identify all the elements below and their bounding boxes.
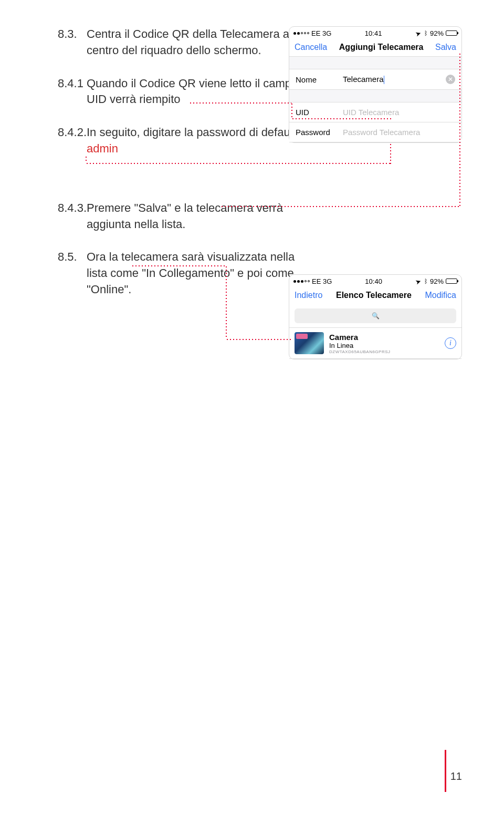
- step-num: 8.3.: [58, 26, 87, 59]
- back-button[interactable]: Indietro: [295, 291, 322, 300]
- nav-bar: Cancella Aggiungi Telecamera Salva: [289, 39, 461, 56]
- page-number: 11: [450, 770, 462, 782]
- status-time: 10:40: [365, 277, 382, 285]
- input-nome[interactable]: Telecamera: [343, 75, 446, 84]
- bluetooth-icon: ᛒ: [424, 278, 428, 284]
- step-text: Quando il Codice QR viene letto il campo…: [87, 76, 302, 108]
- camera-status: In Linea: [329, 342, 445, 349]
- info-button[interactable]: i: [445, 337, 456, 349]
- step-num: 8.4.3.: [58, 200, 87, 233]
- clear-icon[interactable]: ✕: [446, 75, 455, 84]
- step-text: Centra il Codice QR della Telecamera al …: [87, 26, 302, 59]
- battery-icon: [446, 279, 457, 284]
- camera-list-item[interactable]: Camera In Linea DZWTAXD65AUBAN6GPRSJ i: [289, 327, 461, 359]
- default-password: admin: [87, 142, 118, 155]
- status-time: 10:41: [365, 29, 382, 37]
- carrier-label: EE 3G: [311, 29, 331, 37]
- nav-title: Elenco Telecamere: [336, 291, 412, 300]
- label-nome: Nome: [296, 75, 343, 84]
- row-password[interactable]: Password Password Telecamera: [289, 122, 461, 142]
- step-num: 8.4.2.: [58, 125, 87, 157]
- label-uid: UID: [296, 108, 343, 117]
- search-icon: 🔍: [372, 312, 380, 320]
- battery-percent: 92%: [430, 277, 444, 285]
- cancel-button[interactable]: Cancella: [295, 43, 327, 52]
- step-num: 8.5.: [58, 249, 87, 297]
- phone-add-camera: EE 3G 10:41 ➤ ᛒ 92% Cancella Aggiungi Te…: [289, 26, 462, 143]
- edit-button[interactable]: Modifica: [425, 291, 456, 300]
- search-input[interactable]: 🔍: [295, 308, 456, 323]
- status-bar: EE 3G 10:40 ➤ ᛒ 92%: [289, 275, 461, 287]
- camera-name: Camera: [329, 333, 445, 342]
- save-button[interactable]: Salva: [435, 43, 456, 52]
- input-password[interactable]: Password Telecamera: [343, 128, 455, 137]
- step-text-part: In seguito, digitare la password di defa…: [87, 126, 299, 139]
- phone-camera-list: EE 3G 10:40 ➤ ᛒ 92% Indietro Elenco Tele…: [289, 274, 462, 359]
- row-nome[interactable]: Nome Telecamera ✕: [289, 69, 461, 89]
- step-8-4-3: 8.4.3. Premere "Salva" e la telecamera v…: [58, 200, 462, 233]
- status-bar: EE 3G 10:41 ➤ ᛒ 92%: [289, 27, 461, 39]
- battery-percent: 92%: [430, 29, 444, 37]
- camera-thumbnail: [295, 332, 324, 354]
- step-text: Premere "Salva" e la telecamera verrà ag…: [87, 200, 302, 233]
- bluetooth-icon: ᛒ: [424, 30, 428, 36]
- nav-bar: Indietro Elenco Telecamere Modifica: [289, 287, 461, 304]
- carrier-label: EE 3G: [312, 277, 332, 285]
- location-icon: ➤: [414, 276, 422, 286]
- step-text: Ora la telecamera sarà visualizzata nell…: [87, 249, 302, 297]
- label-password: Password: [296, 128, 343, 137]
- input-uid[interactable]: UID Telecamera: [343, 108, 455, 117]
- step-text: In seguito, digitare la password di defa…: [87, 125, 299, 157]
- row-uid[interactable]: UID UID Telecamera: [289, 102, 461, 122]
- location-icon: ➤: [414, 28, 422, 38]
- battery-icon: [446, 30, 457, 36]
- nav-title: Aggiungi Telecamera: [339, 43, 424, 52]
- page-accent-bar: [445, 750, 446, 792]
- step-num: 8.4.1: [58, 76, 87, 108]
- camera-uid: DZWTAXD65AUBAN6GPRSJ: [329, 349, 445, 354]
- signal-icon: [293, 32, 309, 35]
- signal-icon: [293, 280, 310, 283]
